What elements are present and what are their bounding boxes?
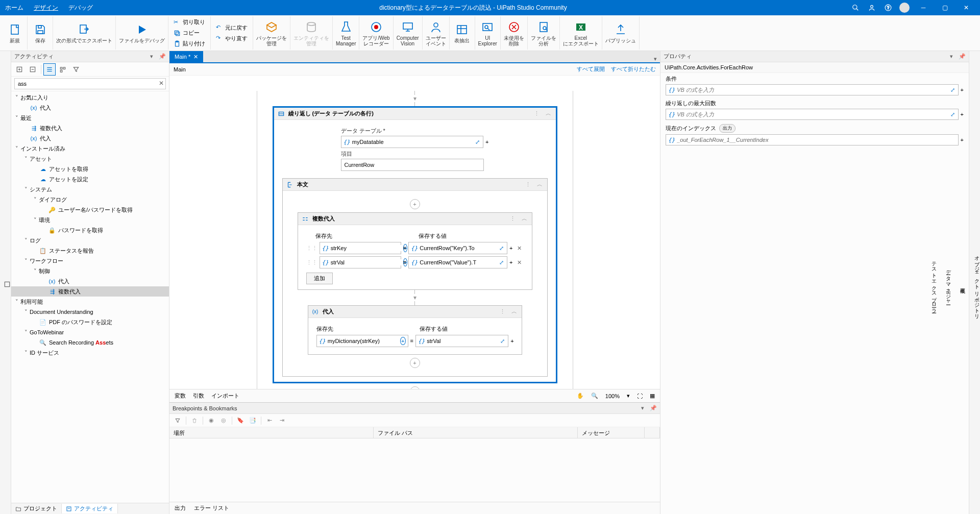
- imports-tab[interactable]: インポート: [211, 392, 239, 400]
- data-table-input[interactable]: {} ⤢: [341, 136, 484, 148]
- bp-col-filepath[interactable]: ファイル パス: [374, 427, 578, 438]
- bp-enable-icon[interactable]: ◉: [206, 415, 216, 426]
- activity-menu-icon[interactable]: ⋮: [532, 110, 541, 117]
- ribbon-excel-export[interactable]: X Excel にエクスポート: [560, 16, 602, 50]
- ribbon-manage-packages[interactable]: パッケージを 管理: [253, 16, 290, 50]
- tree-item-report_status[interactable]: 📋ステータスを報告: [11, 246, 169, 256]
- assign-value-plus-icon[interactable]: +: [510, 338, 513, 344]
- assign-to-input-1[interactable]: {}+: [320, 256, 401, 268]
- tree-item-doc_understanding[interactable]: ˅Document Understanding: [11, 307, 169, 317]
- assign-to-input-0[interactable]: {}+: [320, 242, 401, 254]
- panel-pin-icon[interactable]: 📌: [159, 53, 166, 60]
- ribbon-test-manager[interactable]: Test Manager: [333, 16, 359, 50]
- pan-icon[interactable]: ✋: [577, 393, 584, 399]
- ribbon-publish[interactable]: パブリッシュ: [602, 16, 640, 50]
- zoom-icon[interactable]: 🔍: [591, 393, 598, 399]
- prop-condition-input[interactable]: {}⤢: [666, 84, 959, 95]
- bp-col-message[interactable]: メッセージ: [578, 427, 645, 438]
- multi-assign-activity[interactable]: 複数代入 ⋮ ︿ 保存先: [298, 212, 532, 290]
- search-clear-icon[interactable]: ✕: [159, 80, 164, 87]
- bp-disable-icon[interactable]: ◎: [218, 415, 229, 426]
- bp-delete-icon[interactable]: [189, 415, 200, 426]
- tree-item-id_service[interactable]: ˅ID サービス: [11, 348, 169, 358]
- tab-close-icon[interactable]: ✕: [193, 54, 198, 60]
- tree-item-get_password[interactable]: 🔒パスワードを取得: [11, 225, 169, 235]
- ribbon-app-web-recorder[interactable]: アプリ/Web レコーダー: [359, 16, 393, 50]
- minimize-button[interactable]: ─: [914, 0, 933, 15]
- multi-assign-collapse-icon[interactable]: ︿: [520, 215, 529, 223]
- ribbon-copy[interactable]: コピー: [172, 28, 207, 38]
- assign-val-input-1[interactable]: {}⤢: [408, 256, 507, 268]
- assign-collapse-icon[interactable]: ︿: [510, 308, 519, 315]
- ribbon-analyze-file[interactable]: ファイルを 分析: [528, 16, 560, 50]
- zoom-level[interactable]: 100%: [605, 393, 620, 399]
- item-input[interactable]: [341, 159, 484, 171]
- user-avatar[interactable]: [897, 0, 912, 15]
- filter-button[interactable]: [70, 63, 82, 76]
- bp-prev-icon[interactable]: ⇤: [264, 415, 275, 426]
- ribbon-redo[interactable]: ↷やり直す: [214, 34, 250, 43]
- add-activity-bottom[interactable]: +: [410, 358, 420, 368]
- props-dropdown-icon[interactable]: ▾: [950, 53, 957, 60]
- bp-next-icon[interactable]: ⇥: [277, 415, 287, 426]
- tree-item-favorites[interactable]: ˅お気に入り: [11, 92, 169, 103]
- tree-item-control[interactable]: ˅制御: [11, 266, 169, 276]
- close-button[interactable]: ✕: [957, 0, 976, 15]
- ribbon-user-events[interactable]: ユーザー イベント: [423, 16, 450, 50]
- add-activity-top[interactable]: +: [410, 199, 420, 209]
- view-tree-button[interactable]: [43, 63, 56, 76]
- multi-assign-menu-icon[interactable]: ⋮: [508, 215, 517, 222]
- ribbon-paste[interactable]: 貼り付け: [172, 39, 207, 48]
- ribbon-save[interactable]: 保存: [28, 16, 53, 50]
- ribbon-undo[interactable]: ↶元に戻す: [214, 23, 250, 33]
- tree-item-log[interactable]: ˅ログ: [11, 235, 169, 246]
- expand-all-link[interactable]: すべて展開: [577, 65, 605, 73]
- prop-currentindex-input[interactable]: {}: [666, 134, 959, 145]
- activities-tab[interactable]: アクティビティ: [62, 504, 118, 513]
- menu-design[interactable]: デザイン: [29, 4, 63, 12]
- tree-item-gotowebinar[interactable]: ˅GoToWebinar: [11, 327, 169, 337]
- ribbon-new[interactable]: 新規: [2, 16, 28, 50]
- rail-object-repo[interactable]: オブジェクト リポジトリ: [973, 250, 980, 318]
- tree-item-recent[interactable]: ˅最近: [11, 113, 169, 123]
- props-pin-icon[interactable]: 📌: [959, 53, 966, 60]
- output-tab[interactable]: 出力: [175, 504, 186, 512]
- collapse-all-link[interactable]: すべて折りたたむ: [611, 65, 656, 73]
- ribbon-ui-explorer[interactable]: UI Explorer: [475, 16, 501, 50]
- menu-debug[interactable]: デバッグ: [63, 4, 98, 12]
- prop-maxiter-expand-icon[interactable]: ⤢: [949, 111, 956, 118]
- assign-val-input-0[interactable]: {}⤢: [408, 242, 507, 254]
- maximize-button[interactable]: ▢: [935, 0, 954, 15]
- plus-icon[interactable]: +: [509, 259, 512, 265]
- for-each-row-activity[interactable]: 繰り返し (データ テーブルの各行) ⋮ ︿ データ テーブル * {} ⤢: [273, 106, 557, 383]
- add-datatable-icon[interactable]: +: [485, 139, 488, 145]
- rail-data-manager[interactable]: データ マネージャー: [944, 264, 951, 304]
- left-rail-snippets[interactable]: [4, 279, 11, 290]
- ribbon-cut[interactable]: ✂切り取り: [172, 17, 207, 27]
- assign-value-input[interactable]: {}⤢: [415, 335, 508, 347]
- tree-item-installed[interactable]: ˅インストール済み: [11, 143, 169, 154]
- tree-item-system[interactable]: ˅システム: [11, 184, 169, 194]
- ribbon-debug-file[interactable]: ファイルをデバッグ: [116, 16, 168, 50]
- prop-condition-plus-icon[interactable]: +: [961, 87, 964, 93]
- left-rail-snippets-label[interactable]: スニペット: [0, 268, 1, 301]
- ribbon-remove-unused[interactable]: 未使用を 削除: [501, 16, 528, 50]
- panel-dropdown-icon[interactable]: ▾: [150, 53, 157, 60]
- tree-item-environment[interactable]: ˅環境: [11, 215, 169, 225]
- body-collapse-icon[interactable]: ︿: [535, 181, 544, 188]
- assign-to-input[interactable]: {}+: [316, 335, 408, 347]
- tree-item-workflow[interactable]: ˅ワークフロー: [11, 256, 169, 266]
- fit-screen-icon[interactable]: ⛶: [637, 393, 643, 399]
- bp-pin-icon[interactable]: 📌: [650, 405, 657, 412]
- drag-handle-icon[interactable]: ⋮⋮: [306, 245, 317, 252]
- collapse-all-button[interactable]: [27, 63, 39, 76]
- activities-search-input[interactable]: [14, 78, 166, 89]
- remove-row-icon[interactable]: ✕: [515, 245, 524, 252]
- bp-bookmark-icon[interactable]: 🔖: [235, 415, 246, 426]
- bp-col-location[interactable]: 場所: [169, 427, 374, 438]
- add-assignment-button[interactable]: 追加: [306, 273, 333, 284]
- tree-item-multi_assign[interactable]: ⇶複数代入: [11, 123, 169, 133]
- tree-item-get_credentials[interactable]: 🔑ユーザー名/パスワードを取得: [11, 205, 169, 215]
- ribbon-export-as[interactable]: 次の形式でエクスポート: [53, 16, 116, 50]
- add-activity-outer[interactable]: +: [410, 386, 420, 389]
